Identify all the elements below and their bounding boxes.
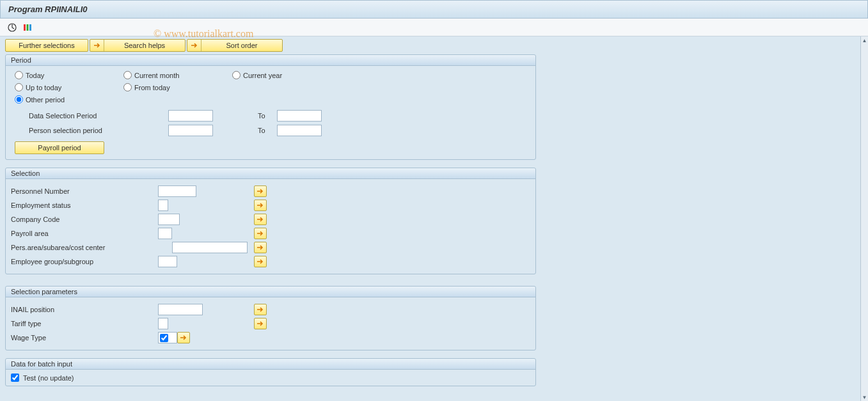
tariff-type-input[interactable] xyxy=(158,318,168,329)
company-code-label: Company Code xyxy=(11,216,158,223)
title-bar: Program RPIINAILI0 xyxy=(0,0,868,19)
svg-rect-2 xyxy=(27,24,29,31)
sort-order-button[interactable]: Sort order xyxy=(187,39,283,52)
radio-from-today[interactable]: From today xyxy=(123,83,232,91)
multiple-selection-button[interactable] xyxy=(254,214,267,225)
arrow-right-icon xyxy=(187,40,201,51)
scroll-down-icon[interactable]: ▼ xyxy=(862,395,867,400)
employee-group-label: Employee group/subgroup xyxy=(11,258,158,265)
button-label: Payroll period xyxy=(38,144,81,152)
payroll-period-button[interactable]: Payroll period xyxy=(15,141,104,154)
radio-other-period[interactable]: Other period xyxy=(15,95,123,104)
person-selection-from-input[interactable] xyxy=(168,125,213,136)
svg-rect-1 xyxy=(24,24,26,31)
personnel-number-input[interactable] xyxy=(158,185,196,197)
multiple-selection-button[interactable] xyxy=(254,185,267,197)
multiple-selection-button[interactable] xyxy=(177,332,190,343)
pers-area-label: Pers.area/subarea/cost center xyxy=(11,244,172,251)
data-selection-from-input[interactable] xyxy=(168,110,213,122)
to-label: To xyxy=(258,127,277,134)
period-groupbox: Period Today Current month Current year … xyxy=(5,54,536,160)
radio-current-year[interactable]: Current year xyxy=(232,71,341,79)
program-title: Program RPIINAILI0 xyxy=(8,4,88,14)
action-button-row: Further selections Search helps Sort ord… xyxy=(5,39,855,52)
groupbox-title: Data for batch input xyxy=(6,359,535,370)
multiple-selection-button[interactable] xyxy=(254,256,267,267)
button-label: Search helps xyxy=(104,42,185,49)
company-code-input[interactable] xyxy=(158,214,180,225)
multiple-selection-button[interactable] xyxy=(254,304,267,315)
content-area: Further selections Search helps Sort ord… xyxy=(0,36,860,401)
radio-today[interactable]: Today xyxy=(15,71,123,79)
data-selection-to-input[interactable] xyxy=(277,110,322,122)
batch-input-groupbox: Data for batch input Test (no update) xyxy=(5,358,536,386)
groupbox-title: Period xyxy=(6,55,535,66)
employment-status-label: Employment status xyxy=(11,201,158,209)
wage-type-checkbox[interactable] xyxy=(160,334,168,342)
button-label: Further selections xyxy=(11,42,83,49)
multiple-selection-button[interactable] xyxy=(254,318,267,329)
payroll-area-input[interactable] xyxy=(158,228,172,239)
groupbox-title: Selection parameters xyxy=(6,287,535,297)
selection-parameters-groupbox: Selection parameters INAIL position Tari… xyxy=(5,286,536,350)
employee-group-input[interactable] xyxy=(158,256,177,267)
further-selections-button[interactable]: Further selections xyxy=(5,39,88,52)
data-selection-period-label: Data Selection Period xyxy=(15,112,168,120)
selection-groupbox: Selection Personnel Number Employment st… xyxy=(5,168,536,274)
payroll-area-label: Payroll area xyxy=(11,230,158,237)
pers-area-input[interactable] xyxy=(172,242,248,253)
radio-current-month[interactable]: Current month xyxy=(123,71,232,79)
execute-icon[interactable] xyxy=(6,22,18,33)
button-label: Sort order xyxy=(201,42,282,49)
to-label: To xyxy=(258,112,277,120)
employment-status-input[interactable] xyxy=(158,200,168,211)
multiple-selection-button[interactable] xyxy=(254,242,267,253)
test-no-update-checkbox[interactable]: Test (no update) xyxy=(11,373,530,382)
multiple-selection-button[interactable] xyxy=(254,200,267,211)
vertical-scrollbar[interactable]: ▲ ▼ xyxy=(860,36,868,401)
variant-icon[interactable] xyxy=(22,22,33,33)
checkbox-label: Test (no update) xyxy=(23,374,74,382)
groupbox-title: Selection xyxy=(6,168,535,179)
arrow-right-icon xyxy=(90,40,104,51)
tariff-type-label: Tariff type xyxy=(11,320,158,327)
inail-position-label: INAIL position xyxy=(11,306,158,313)
svg-rect-3 xyxy=(29,24,31,31)
search-helps-button[interactable]: Search helps xyxy=(90,39,185,52)
personnel-number-label: Personnel Number xyxy=(11,187,158,195)
scroll-up-icon[interactable]: ▲ xyxy=(862,38,867,43)
person-selection-to-input[interactable] xyxy=(277,125,322,136)
radio-up-to-today[interactable]: Up to today xyxy=(15,83,123,91)
wage-type-label: Wage Type xyxy=(11,334,158,342)
multiple-selection-button[interactable] xyxy=(254,228,267,239)
app-toolbar xyxy=(0,19,868,36)
person-selection-period-label: Person selection period xyxy=(15,127,168,134)
inail-position-input[interactable] xyxy=(158,304,203,315)
